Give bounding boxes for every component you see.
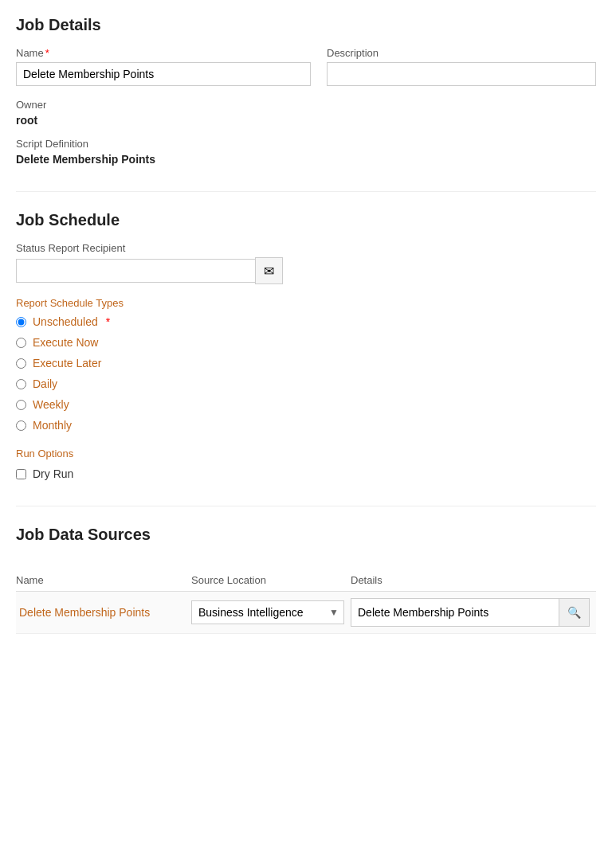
dry-run-label: Dry Run (33, 467, 73, 480)
job-details-title: Job Details (16, 16, 596, 34)
job-details-section: Job Details Name* Description Owner root… (16, 16, 596, 166)
col-header-name: Name (16, 569, 191, 592)
job-data-sources-title: Job Data Sources (16, 526, 596, 544)
status-report-input[interactable] (16, 259, 255, 283)
table-row: Delete Membership Points Business Intell… (16, 592, 596, 634)
radio-label-weekly: Weekly (33, 398, 69, 411)
radio-label-unscheduled: Unscheduled (33, 315, 98, 328)
radio-item-monthly[interactable]: Monthly (16, 419, 596, 432)
radio-label-daily: Daily (33, 377, 57, 390)
details-search-button[interactable]: 🔍 (559, 599, 589, 626)
details-input[interactable] (351, 601, 559, 624)
dry-run-checkbox[interactable] (16, 469, 26, 479)
section-divider-2 (16, 506, 596, 506)
job-schedule-title: Job Schedule (16, 211, 596, 229)
status-report-group: Status Report Recipient ✉ (16, 242, 596, 284)
radio-label-execute-now: Execute Now (33, 336, 98, 349)
radio-item-daily[interactable]: Daily (16, 377, 596, 390)
search-icon: 🔍 (567, 606, 581, 619)
radio-item-execute-later[interactable]: Execute Later (16, 357, 596, 369)
col-header-details: Details (351, 569, 596, 592)
radio-execute-later[interactable] (16, 358, 26, 369)
script-definition-section: Script Definition Delete Membership Poin… (16, 138, 596, 166)
email-button[interactable]: ✉ (255, 257, 283, 284)
name-description-row: Name* Description (16, 47, 596, 86)
data-sources-header-row: Name Source Location Details (16, 569, 596, 592)
email-icon: ✉ (264, 264, 274, 279)
run-options-group: Run Options Dry Run (16, 448, 596, 480)
name-label: Name* (16, 47, 311, 59)
job-data-sources-section: Job Data Sources Name Source Location De… (16, 526, 596, 634)
source-select-wrapper: Business Intelligence Production Staging… (191, 600, 344, 624)
unscheduled-required-star: * (106, 315, 110, 328)
script-definition-label: Script Definition (16, 138, 596, 150)
radio-item-unscheduled[interactable]: Unscheduled * (16, 315, 596, 328)
name-field-group: Name* (16, 47, 311, 86)
source-location-select[interactable]: Business Intelligence Production Staging (192, 601, 324, 624)
owner-value: root (16, 114, 596, 127)
radio-label-execute-later: Execute Later (33, 357, 101, 369)
status-report-label: Status Report Recipient (16, 242, 596, 254)
data-sources-tbody: Delete Membership Points Business Intell… (16, 592, 596, 634)
chevron-down-icon: ▼ (324, 607, 343, 618)
radio-item-weekly[interactable]: Weekly (16, 398, 596, 411)
owner-section: Owner root (16, 99, 596, 127)
col-header-source: Source Location (191, 569, 351, 592)
data-sources-table: Name Source Location Details Delete Memb… (16, 569, 596, 634)
report-schedule-types-group: Report Schedule Types Unscheduled * Exec… (16, 297, 596, 432)
job-schedule-section: Job Schedule Status Report Recipient ✉ R… (16, 211, 596, 480)
radio-unscheduled[interactable] (16, 317, 26, 327)
radio-monthly[interactable] (16, 420, 26, 431)
status-recipient-row: ✉ (16, 257, 596, 284)
details-input-wrapper: 🔍 (351, 598, 590, 627)
radio-daily[interactable] (16, 379, 26, 389)
report-schedule-label: Report Schedule Types (16, 297, 596, 309)
name-required-star: * (45, 47, 49, 59)
radio-label-monthly: Monthly (33, 419, 72, 432)
row-name: Delete Membership Points (16, 592, 191, 634)
row-source: Business Intelligence Production Staging… (191, 592, 351, 634)
radio-item-execute-now[interactable]: Execute Now (16, 336, 596, 349)
section-divider-1 (16, 191, 596, 192)
name-input[interactable] (16, 62, 311, 86)
description-input[interactable] (327, 62, 596, 86)
description-label: Description (327, 47, 596, 59)
row-details: 🔍 (351, 592, 596, 634)
run-options-label: Run Options (16, 448, 596, 459)
schedule-radio-group: Unscheduled * Execute Now Execute Later … (16, 315, 596, 432)
radio-execute-now[interactable] (16, 338, 26, 348)
owner-label: Owner (16, 99, 596, 111)
script-definition-value: Delete Membership Points (16, 153, 596, 166)
dry-run-item[interactable]: Dry Run (16, 467, 596, 480)
radio-weekly[interactable] (16, 400, 26, 410)
description-field-group: Description (327, 47, 596, 86)
data-sources-thead: Name Source Location Details (16, 569, 596, 592)
